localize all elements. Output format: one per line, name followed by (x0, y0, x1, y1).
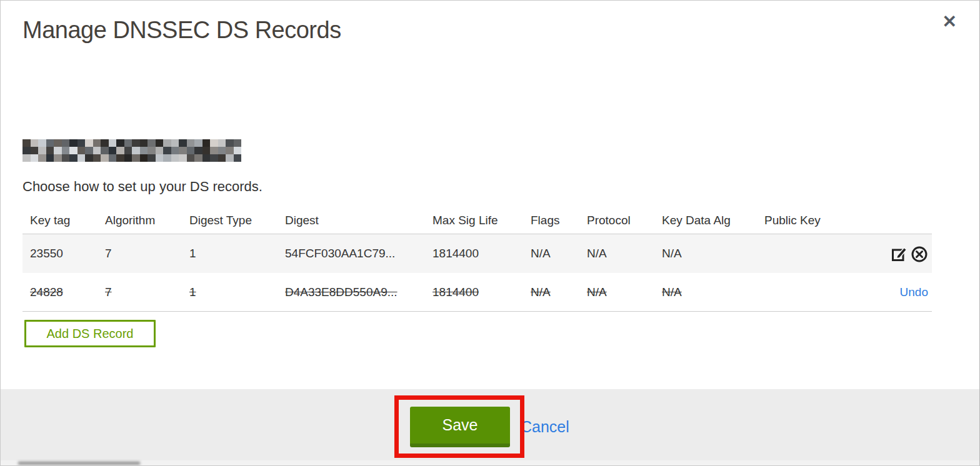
save-button[interactable]: Save (410, 407, 510, 447)
redacted-domain-name (22, 139, 241, 162)
cell-key-data-alg: N/A (654, 247, 757, 260)
col-header-digest-type: Digest Type (182, 214, 278, 227)
page-title: Manage DNSSEC DS Records (22, 17, 341, 44)
ds-records-table: Key tag Algorithm Digest Type Digest Max… (22, 207, 932, 312)
blurred-background-content (18, 462, 140, 465)
table-header-row: Key tag Algorithm Digest Type Digest Max… (22, 207, 932, 234)
col-header-public-key: Public Key (757, 214, 844, 227)
subtitle: Choose how to set up your DS records. (22, 179, 262, 195)
cell-key-tag: 24828 (22, 285, 98, 299)
close-icon[interactable]: ✕ (942, 13, 957, 31)
col-header-max-sig-life: Max Sig Life (425, 214, 523, 227)
undo-link[interactable]: Undo (900, 285, 928, 299)
table-row-deleted: 24828 7 1 D4A33E8DD550A9... 1814400 N/A … (22, 273, 932, 312)
cell-max-sig-life: 1814400 (425, 285, 523, 299)
cell-digest: D4A33E8DD550A9... (278, 285, 425, 299)
cell-flags: N/A (523, 285, 579, 299)
cell-protocol: N/A (579, 247, 654, 260)
cell-key-data-alg: N/A (654, 285, 757, 299)
cell-algorithm: 7 (98, 247, 182, 260)
col-header-digest: Digest (278, 214, 425, 227)
col-header-algorithm: Algorithm (98, 214, 182, 227)
cell-max-sig-life: 1814400 (425, 247, 523, 260)
cell-protocol: N/A (579, 285, 654, 299)
cell-digest-type: 1 (182, 247, 278, 260)
cell-digest-type: 1 (182, 285, 278, 299)
col-header-protocol: Protocol (579, 214, 654, 227)
manage-dnssec-ds-records-dialog: Manage DNSSEC DS Records ✕ Choose how to… (0, 0, 980, 466)
row-actions (844, 245, 932, 262)
page-behind-modal-strip (1, 460, 979, 465)
remove-icon[interactable] (911, 245, 928, 262)
col-header-key-tag: Key tag (22, 214, 98, 227)
edit-icon[interactable] (891, 245, 908, 262)
cancel-link[interactable]: Cancel (521, 418, 569, 436)
cell-algorithm: 7 (98, 285, 182, 299)
cell-digest: 54FCF030AA1C79... (278, 247, 425, 260)
col-header-flags: Flags (523, 214, 579, 227)
cell-key-tag: 23550 (22, 247, 98, 260)
col-header-key-data-alg: Key Data Alg (654, 214, 757, 227)
cell-flags: N/A (523, 247, 579, 260)
table-row: 23550 7 1 54FCF030AA1C79... 1814400 N/A … (22, 234, 932, 273)
add-ds-record-button[interactable]: Add DS Record (24, 320, 156, 347)
